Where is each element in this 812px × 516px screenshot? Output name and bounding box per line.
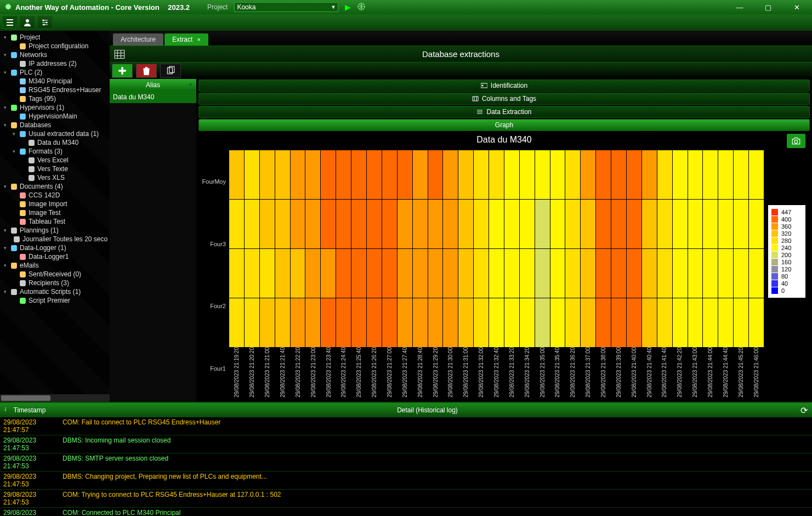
tree-node[interactable]: Tags (95) <box>0 94 110 103</box>
sort-icon[interactable]: ▼ <box>188 82 193 88</box>
tree-toggle-icon[interactable]: ▾ <box>2 228 8 233</box>
heatmap-cell <box>565 298 580 347</box>
tree-node[interactable]: RSG45 Endress+Hauser <box>0 86 110 94</box>
svg-rect-33 <box>20 280 26 286</box>
tree-toggle-icon[interactable]: ▾ <box>2 52 8 58</box>
log-row[interactable]: 29/08/2023 21:47:57COM: Fail to connect … <box>0 417 812 435</box>
tree-toggle-icon[interactable]: ▾ <box>2 184 8 189</box>
log-row[interactable]: 29/08/2023 21:47:53DBMS: Incoming mail s… <box>0 435 812 453</box>
maximize-button[interactable]: ▢ <box>757 3 779 12</box>
tree-node[interactable]: M340 Principal <box>0 77 110 86</box>
tree-node[interactable]: ▾Data-Logger (1) <box>0 243 110 252</box>
log-row[interactable]: 29/08/2023 21:47:53DBMS: SMTP server ses… <box>0 453 812 472</box>
delete-button[interactable] <box>136 64 157 78</box>
tree-node[interactable]: Vers Texte <box>0 165 110 173</box>
tree-node[interactable]: Data du M340 <box>0 138 110 147</box>
log-timestamp-header[interactable]: ⇃Timestamp <box>0 406 59 414</box>
screenshot-button[interactable] <box>787 134 805 148</box>
tree-node[interactable]: Project configuration <box>0 42 110 50</box>
svg-rect-9 <box>11 70 17 76</box>
tree-node[interactable]: Image Import <box>0 200 110 208</box>
copy-button[interactable] <box>160 64 181 78</box>
svg-rect-20 <box>29 166 35 172</box>
tree-toggle-icon[interactable]: ▾ <box>2 263 8 268</box>
tree-node[interactable]: ▾Plannings (1) <box>0 226 110 235</box>
tree-node[interactable]: Journalier Toutes les 20 seco <box>0 235 110 243</box>
run-button[interactable]: ▶ <box>345 3 351 12</box>
tree-node[interactable]: ▾Documents (4) <box>0 182 110 191</box>
settings-button[interactable] <box>37 16 53 29</box>
tree-view-button[interactable] <box>2 16 18 29</box>
accordion-identification[interactable]: Identification <box>198 80 810 92</box>
tree-node[interactable]: Data-Logger1 <box>0 252 110 261</box>
tree-node[interactable]: ▾Databases <box>0 121 110 129</box>
heatmap-cell <box>642 298 657 347</box>
tree-node[interactable]: Sent/Received (0) <box>0 270 110 279</box>
tree-node[interactable]: ▾Formats (3) <box>0 147 110 156</box>
alias-row[interactable]: Data du M340 <box>110 91 196 103</box>
log-message: DBMS: SMTP server session closed <box>63 455 809 470</box>
tab-architecture[interactable]: Architecture <box>113 33 163 46</box>
accordion-extraction[interactable]: Data Extraction <box>198 106 810 118</box>
close-tab-icon[interactable]: × <box>197 36 200 43</box>
tree-toggle-icon[interactable]: ▾ <box>2 70 8 75</box>
heatmap-cell <box>260 249 275 298</box>
tree-node[interactable]: ▾Networks <box>0 50 110 59</box>
minimize-button[interactable]: — <box>729 3 751 12</box>
accordion-graph[interactable]: Graph <box>198 119 810 131</box>
accordion-columns[interactable]: Columns and Tags <box>198 93 810 105</box>
refresh-log-button[interactable]: ⟳ <box>796 405 812 416</box>
tree-node[interactable]: Vers Excel <box>0 156 110 165</box>
tree-toggle-icon[interactable]: ▾ <box>2 289 8 294</box>
tree-node[interactable]: Tableau Test <box>0 217 110 226</box>
user-button[interactable] <box>20 16 35 29</box>
tree-node[interactable]: ▾Usual extracted data (1) <box>0 129 110 138</box>
tree-toggle-icon[interactable]: ▾ <box>2 105 8 110</box>
log-timestamp: 29/08/2023 21:47:53 <box>3 473 63 488</box>
heatmap-cell <box>351 298 366 347</box>
tree-node[interactable]: HypervisionMain <box>0 112 110 121</box>
heatmap-cell <box>734 150 748 199</box>
heatmap-cell <box>413 150 428 199</box>
globe-button[interactable] <box>357 3 365 12</box>
tree-toggle-icon[interactable]: ▾ <box>11 131 16 137</box>
tree-toggle-icon[interactable]: ▾ <box>2 122 8 128</box>
tree-toggle-icon[interactable]: ▾ <box>11 149 16 154</box>
tree-node[interactable]: ▾PLC (2) <box>0 68 110 77</box>
close-button[interactable]: ✕ <box>786 3 808 12</box>
alias-header[interactable]: Alias▼ <box>110 79 196 91</box>
tree-node[interactable]: ▾Automatic Scripts (1) <box>0 287 110 296</box>
log-row[interactable]: 29/08/2023 21:47:53COM: Trying to connec… <box>0 490 812 508</box>
x-axis-label: 29/08/2023 21:26:20 <box>367 347 382 400</box>
tree-horizontal-scrollbar[interactable] <box>0 394 110 402</box>
tree-node[interactable]: Image Test <box>0 208 110 217</box>
tree-toggle-icon[interactable]: ▾ <box>2 35 8 40</box>
log-row[interactable]: 29/08/2023 21:47:53DBMS: Changing projec… <box>0 472 812 490</box>
tree-node[interactable]: Recipients (3) <box>0 279 110 287</box>
heatmap-cell <box>550 249 565 298</box>
heatmap-cell <box>520 150 535 199</box>
tree-node[interactable]: ▾Hypervisors (1) <box>0 103 110 112</box>
log-panel: ⇃Timestamp Detail (Historical log) ⟳ 29/… <box>0 402 812 516</box>
log-message: COM: Fail to connect to PLC RSG45 Endres… <box>63 418 809 434</box>
project-selector[interactable]: Kooka▼ <box>234 2 338 12</box>
heatmap-cell <box>489 249 504 298</box>
heatmap-cell <box>581 150 595 199</box>
log-message: COM: Trying to connect to PLC RSG45 Endr… <box>63 491 809 506</box>
tree-node[interactable]: CCS 142D <box>0 191 110 200</box>
add-button[interactable] <box>112 64 133 78</box>
tree-node[interactable]: Vers XLS <box>0 173 110 182</box>
tree-node[interactable]: ▾eMails <box>0 261 110 270</box>
tree-node[interactable]: Script Premier <box>0 296 110 305</box>
tree-item-label: Data-Logger1 <box>29 253 69 260</box>
heatmap-cell <box>382 298 397 347</box>
x-axis-label: 29/08/2023 21:24:40 <box>336 347 351 400</box>
log-detail-header[interactable]: Detail (Historical log) <box>59 406 796 414</box>
project-tree[interactable]: ▾ProjectProject configuration▾NetworksIP… <box>0 31 110 394</box>
tree-toggle-icon[interactable]: ▾ <box>2 245 8 251</box>
tab-extract[interactable]: Extract× <box>164 33 208 46</box>
log-row[interactable]: 29/08/2023 21:47:53COM: Connected to PLC… <box>0 508 812 516</box>
tree-node[interactable]: ▾Project <box>0 33 110 42</box>
tree-node[interactable]: IP addresses (2) <box>0 59 110 68</box>
heatmap-cell <box>382 150 397 199</box>
